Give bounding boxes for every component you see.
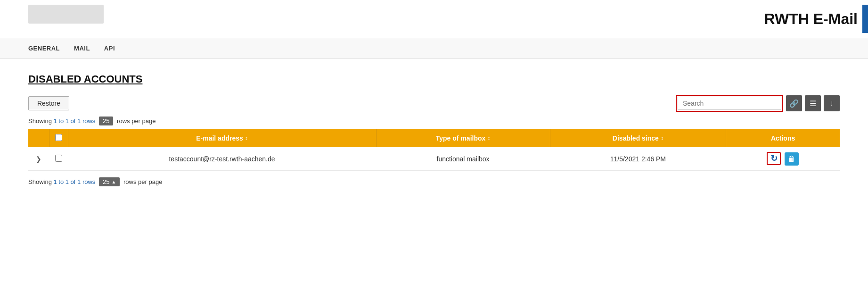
- th-expand: [28, 129, 49, 147]
- th-email: E-mail address ↕: [68, 129, 376, 147]
- logo: [28, 5, 104, 24]
- th-actions: Actions: [726, 129, 840, 147]
- showing-prefix-bottom: Showing: [28, 178, 53, 185]
- th-checkbox: [49, 129, 68, 147]
- row-type-cell: functional mailbox: [376, 147, 550, 171]
- disabled-sort-icon: ↕: [661, 135, 663, 142]
- th-disabled-since-label: Disabled since: [613, 134, 659, 142]
- toolbar: Restore 🔗 ☰ ↓: [28, 95, 840, 112]
- th-type: Type of mailbox ↕: [376, 129, 550, 147]
- th-type-label: Type of mailbox: [436, 134, 486, 142]
- page-title: DISABLED ACCOUNTS: [28, 73, 840, 85]
- rows-dropdown-arrow: ▲: [111, 179, 116, 184]
- th-email-label: E-mail address: [196, 134, 243, 142]
- table-header: E-mail address ↕ Type of mailbox ↕ Disab…: [28, 129, 840, 147]
- nav-item-api[interactable]: API: [104, 45, 115, 52]
- download-icon: ↓: [830, 99, 834, 108]
- row-actions-cell: ↻ 🗑: [726, 147, 840, 171]
- th-actions-label: Actions: [771, 134, 795, 142]
- table-row: ❯ testaccount@rz-test.rwth-aachen.de fun…: [28, 147, 840, 171]
- columns-icon: ☰: [810, 99, 816, 108]
- rows-per-page-badge-bottom[interactable]: 25 ▲: [99, 177, 120, 186]
- main-nav: GENERAL MAIL API: [0, 38, 868, 59]
- logo-area: [28, 5, 104, 24]
- rows-info-top: Showing 1 to 1 of 1 rows 25 rows per pag…: [28, 117, 840, 125]
- row-disabled-since-cell: 11/5/2021 2:46 PM: [550, 147, 726, 171]
- header-accent-bar: [862, 5, 868, 33]
- row-delete-button[interactable]: 🗑: [785, 152, 799, 166]
- rows-info-bottom: Showing 1 to 1 of 1 rows 25 ▲ rows per p…: [28, 177, 840, 186]
- row-checkbox-cell: [49, 147, 68, 171]
- delete-icon: 🗑: [788, 155, 795, 163]
- main-content: DISABLED ACCOUNTS Restore 🔗 ☰ ↓ Showing …: [0, 59, 868, 204]
- select-all-checkbox[interactable]: [55, 134, 62, 141]
- email-sort-icon: ↕: [245, 135, 248, 142]
- type-sort-icon: ↕: [487, 135, 490, 142]
- restore-button[interactable]: Restore: [28, 96, 69, 110]
- showing-range: 1 to 1 of 1 rows: [53, 117, 95, 125]
- search-input-wrap: [676, 95, 783, 112]
- row-email-cell: testaccount@rz-test.rwth-aachen.de: [68, 147, 376, 171]
- restore-icon: ↻: [770, 153, 778, 164]
- toolbar-right: 🔗 ☰ ↓: [676, 95, 840, 112]
- table-body: ❯ testaccount@rz-test.rwth-aachen.de fun…: [28, 147, 840, 171]
- showing-range-bottom: 1 to 1 of 1 rows: [53, 178, 95, 185]
- rows-per-page-badge: 25: [99, 117, 113, 125]
- disabled-accounts-table: E-mail address ↕ Type of mailbox ↕ Disab…: [28, 129, 840, 171]
- rows-per-page-value: 25: [103, 117, 109, 125]
- rows-per-page-value-bottom: 25: [103, 178, 109, 185]
- columns-icon-button[interactable]: ☰: [805, 95, 821, 111]
- nav-item-general[interactable]: GENERAL: [28, 45, 60, 52]
- header: RWTH E-Mail: [0, 0, 868, 38]
- link-icon-button[interactable]: 🔗: [786, 95, 802, 111]
- showing-prefix: Showing: [28, 117, 53, 125]
- row-checkbox[interactable]: [55, 155, 62, 162]
- row-restore-button[interactable]: ↻: [767, 152, 781, 165]
- search-input[interactable]: [678, 97, 781, 110]
- row-expand-button[interactable]: ❯: [34, 154, 43, 164]
- th-disabled-since: Disabled since ↕: [550, 129, 726, 147]
- link-icon: 🔗: [789, 99, 799, 108]
- nav-item-mail[interactable]: MAIL: [74, 45, 90, 52]
- row-expand-cell: ❯: [28, 147, 49, 171]
- download-icon-button[interactable]: ↓: [824, 95, 840, 111]
- rows-per-page-label-bottom: rows per page: [123, 178, 162, 185]
- rows-per-page-label: rows per page: [117, 117, 156, 125]
- app-title: RWTH E-Mail: [764, 10, 858, 28]
